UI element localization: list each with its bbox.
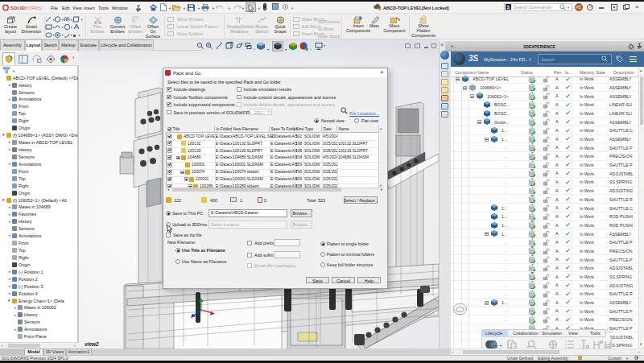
svg-text:SOLID: SOLID [10,6,25,10]
svg-text:WORKS: WORKS [24,6,42,10]
svg-text:view2: view2 [85,341,99,347]
